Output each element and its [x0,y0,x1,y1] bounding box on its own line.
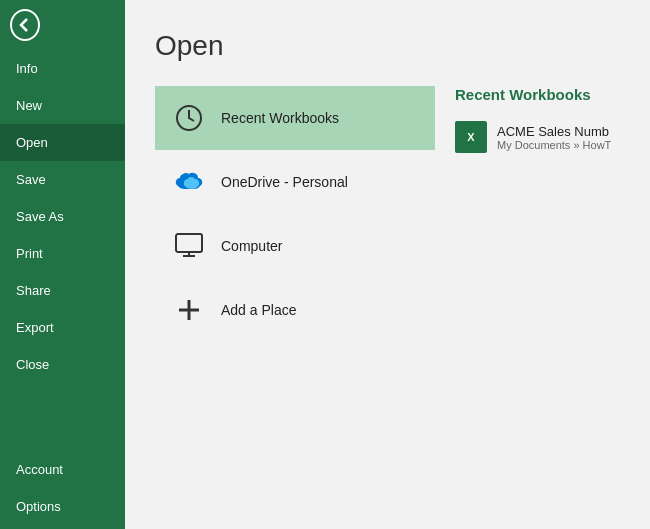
sidebar-item-close[interactable]: Close [0,346,125,383]
sidebar-bottom: Account Options [0,451,125,529]
location-recent-label: Recent Workbooks [221,110,339,126]
recent-file-item[interactable]: X ACME Sales Numb My Documents » HowT [455,115,630,159]
excel-file-icon: X [455,121,487,153]
recent-file-name: ACME Sales Numb [497,124,611,139]
location-computer-label: Computer [221,238,282,254]
sidebar-item-info[interactable]: Info [0,50,125,87]
svg-rect-1 [176,234,202,252]
back-button[interactable] [0,0,50,50]
location-add-place[interactable]: Add a Place [155,278,435,342]
sidebar-item-share[interactable]: Share [0,272,125,309]
clock-icon [171,100,207,136]
page-title: Open [155,30,650,62]
recent-panel: Recent Workbooks X ACME Sales Numb My Do… [435,86,650,529]
onedrive-icon [171,164,207,200]
sidebar-item-account[interactable]: Account [0,451,125,488]
sidebar-item-save-as[interactable]: Save As [0,198,125,235]
sidebar-item-save[interactable]: Save [0,161,125,198]
sidebar-item-export[interactable]: Export [0,309,125,346]
back-circle-icon [10,9,40,41]
location-list: Recent Workbooks OneDrive - Personal [155,86,435,529]
sidebar-item-open[interactable]: Open [0,124,125,161]
sidebar: Info New Open Save Save As Print Share E… [0,0,125,529]
add-place-icon [171,292,207,328]
location-onedrive[interactable]: OneDrive - Personal [155,150,435,214]
main-content: Open Recent Workbooks [125,0,650,529]
recent-panel-title: Recent Workbooks [455,86,630,103]
location-computer[interactable]: Computer [155,214,435,278]
sidebar-nav: Info New Open Save Save As Print Share E… [0,50,125,529]
computer-icon [171,228,207,264]
sidebar-item-new[interactable]: New [0,87,125,124]
recent-file-info: ACME Sales Numb My Documents » HowT [497,124,611,151]
sidebar-item-print[interactable]: Print [0,235,125,272]
location-add-place-label: Add a Place [221,302,297,318]
location-onedrive-label: OneDrive - Personal [221,174,348,190]
recent-file-path: My Documents » HowT [497,139,611,151]
sidebar-item-options[interactable]: Options [0,488,125,525]
location-recent[interactable]: Recent Workbooks [155,86,435,150]
open-layout: Recent Workbooks OneDrive - Personal [155,86,650,529]
